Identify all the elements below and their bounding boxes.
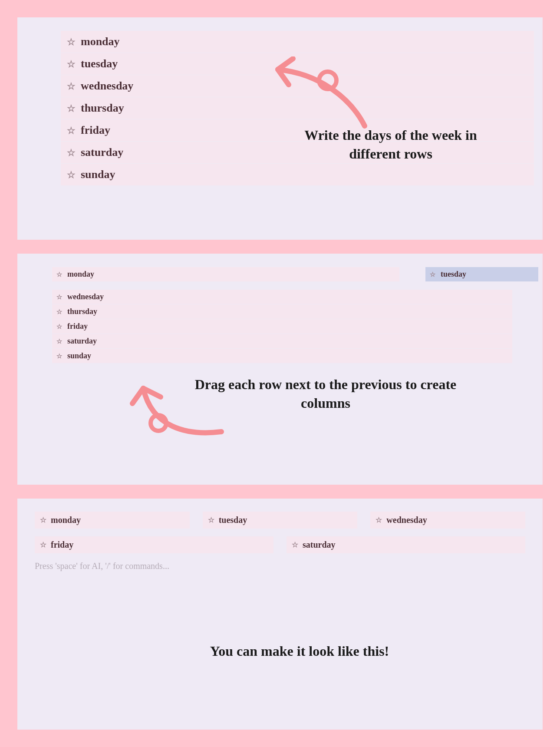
star-icon: ☆ — [67, 125, 76, 136]
day-label: tuesday — [81, 57, 118, 70]
list-item[interactable]: ☆sunday — [61, 163, 534, 185]
day-label: saturday — [303, 540, 336, 550]
day-label: friday — [67, 322, 88, 331]
star-icon: ☆ — [56, 308, 62, 316]
day-label: friday — [51, 540, 73, 550]
column-header[interactable]: ☆tuesday — [203, 512, 358, 529]
day-label: wednesday — [67, 292, 104, 301]
list-item[interactable]: ☆monday — [61, 30, 534, 53]
day-label: sunday — [81, 168, 115, 181]
star-icon: ☆ — [56, 271, 62, 278]
star-icon: ☆ — [430, 271, 435, 278]
day-label: thursday — [67, 307, 97, 316]
star-icon: ☆ — [67, 169, 76, 181]
annotation-text: You can make it look like this! — [187, 642, 412, 661]
list-item[interactable]: ☆monday — [52, 267, 399, 281]
day-label: friday — [81, 124, 110, 137]
column-row: ☆monday ☆tuesday ☆wednesday — [35, 512, 525, 529]
star-icon: ☆ — [67, 102, 76, 114]
star-icon: ☆ — [56, 337, 62, 345]
list-item[interactable]: ☆saturday — [52, 334, 512, 348]
day-label: tuesday — [219, 515, 247, 525]
drag-row: ☆monday ☆tuesday — [52, 267, 543, 281]
day-label: monday — [67, 270, 94, 279]
column-header[interactable]: ☆monday — [35, 512, 190, 529]
step-2-panel: ☆monday ☆tuesday ☆wednesday ☆thursday ☆f… — [17, 254, 543, 485]
column-header[interactable]: ☆saturday — [287, 536, 525, 553]
list-item[interactable]: ☆wednesday — [61, 75, 534, 97]
days-list: ☆wednesday ☆thursday ☆friday ☆saturday ☆… — [52, 289, 512, 363]
list-item[interactable]: ☆thursday — [61, 97, 534, 119]
list-item[interactable]: ☆tuesday — [61, 53, 534, 75]
star-icon: ☆ — [67, 80, 76, 92]
star-icon: ☆ — [67, 36, 76, 48]
star-icon: ☆ — [208, 516, 214, 525]
day-label: wednesday — [386, 515, 427, 525]
step-1-panel: ☆monday ☆tuesday ☆wednesday ☆thursday ☆f… — [17, 17, 543, 240]
star-icon: ☆ — [56, 352, 62, 360]
day-label: thursday — [81, 102, 124, 115]
step-3-panel: ☆monday ☆tuesday ☆wednesday ☆friday ☆sat… — [17, 499, 543, 730]
star-icon: ☆ — [67, 147, 76, 159]
star-icon: ☆ — [56, 323, 62, 331]
star-icon: ☆ — [56, 293, 62, 301]
star-icon: ☆ — [376, 516, 382, 525]
day-label: saturday — [67, 337, 97, 346]
annotation-text: Write the days of the week in different … — [291, 126, 491, 163]
column-header[interactable]: ☆wednesday — [370, 512, 525, 529]
day-label: sunday — [67, 351, 91, 360]
column-header[interactable]: ☆friday — [35, 536, 273, 553]
day-label: monday — [51, 515, 81, 525]
star-icon: ☆ — [292, 540, 298, 549]
column-row: ☆friday ☆saturday — [35, 536, 525, 553]
list-item[interactable]: ☆wednesday — [52, 289, 512, 304]
dragged-item[interactable]: ☆tuesday — [425, 267, 538, 281]
svg-point-1 — [151, 415, 166, 431]
list-item[interactable]: ☆thursday — [52, 304, 512, 319]
day-label: saturday — [81, 146, 123, 159]
star-icon: ☆ — [40, 516, 46, 525]
day-label: monday — [81, 35, 120, 48]
star-icon: ☆ — [40, 540, 46, 549]
list-item[interactable]: ☆sunday — [52, 348, 512, 363]
day-label: tuesday — [441, 270, 466, 279]
star-icon: ☆ — [67, 58, 76, 70]
day-label: wednesday — [81, 79, 133, 93]
annotation-text: Drag each row next to the previous to cr… — [191, 375, 460, 413]
list-item[interactable]: ☆friday — [52, 319, 512, 334]
new-block-placeholder[interactable]: Press 'space' for AI, '/' for commands..… — [35, 561, 525, 571]
